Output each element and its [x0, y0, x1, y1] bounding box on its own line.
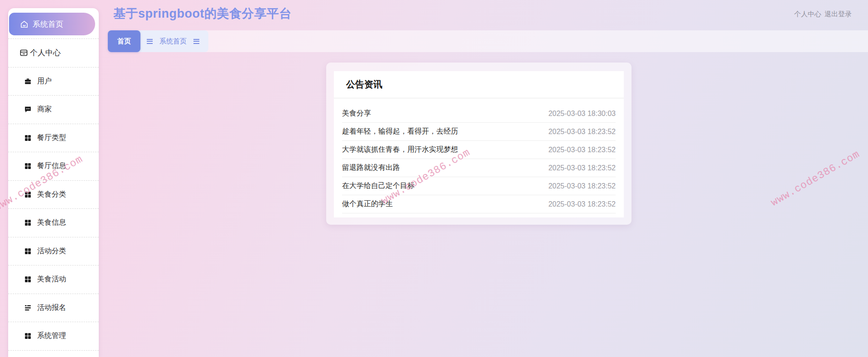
watermark: www.code386.com [769, 148, 862, 209]
sidebar-item-label: 商家 [37, 105, 52, 114]
sidebar-item-restaurant-type[interactable]: 餐厅类型 [8, 124, 99, 152]
sidebar-item-merchants[interactable]: 商家 [8, 95, 99, 124]
grid-icon [24, 332, 32, 340]
announcement-row-date: 2025-03-03 18:30:03 [548, 110, 616, 118]
sidebar-item-label: 活动分类 [37, 246, 66, 256]
announcement-row[interactable]: 留退路就没有出路 2025-03-03 18:23:52 [342, 159, 616, 177]
tabs-band: 系统首页 首页 [108, 30, 868, 52]
sidebar-item-label: 美食信息 [37, 218, 66, 227]
announcement-row-title: 做个真正的学生 [342, 199, 393, 209]
announcement-row-title: 美食分享 [342, 109, 371, 118]
sidebar-item-profile[interactable]: 个人中心 [8, 39, 99, 67]
announcement-row-date: 2025-03-03 18:23:52 [548, 164, 616, 172]
announcement-row[interactable]: 做个真正的学生 2025-03-03 18:23:52 [342, 195, 616, 213]
announcement-row[interactable]: 趁着年轻，输得起，看得开，去经历 2025-03-03 18:23:52 [342, 123, 616, 141]
sidebar-item-label: 美食活动 [37, 275, 66, 284]
top-links: 个人中心 退出登录 [794, 10, 852, 19]
sidebar-item-food-info[interactable]: 美食信息 [8, 208, 99, 237]
announcement-row-title: 在大学给自己定个目标 [342, 181, 415, 191]
grid-icon [24, 219, 32, 227]
announcement-panel: 公告资讯 美食分享 2025-03-03 18:30:03 趁着年轻，输得起，看… [326, 63, 632, 225]
sidebar-item-food-activity[interactable]: 美食活动 [8, 265, 99, 294]
sidebar-item-label: 美食分类 [37, 190, 66, 199]
sidebar-item-label: 个人中心 [30, 48, 61, 58]
announcement-row[interactable]: 在大学给自己定个目标 2025-03-03 18:23:52 [342, 177, 616, 195]
sidebar-item-users[interactable]: 用户 [8, 67, 99, 96]
announcement-row-date: 2025-03-03 18:23:52 [548, 128, 616, 136]
breadcrumb[interactable]: 系统首页 [159, 37, 187, 46]
announcement-title: 公告资讯 [334, 71, 624, 98]
sidebar-item-food-category[interactable]: 美食分类 [8, 180, 99, 209]
announcement-card: 公告资讯 美食分享 2025-03-03 18:30:03 趁着年轻，输得起，看… [334, 71, 624, 217]
list-icon [24, 304, 32, 312]
tab-home-label: 首页 [117, 37, 131, 46]
announcement-row-title: 留退路就没有出路 [342, 163, 400, 173]
sidebar: 系统首页 个人中心 用户 商家 餐厅类型 [8, 8, 99, 357]
home-icon [20, 20, 29, 29]
announcement-row-date: 2025-03-03 18:23:52 [548, 146, 616, 154]
logout-link[interactable]: 退出登录 [825, 10, 852, 19]
sidebar-item-activity-category[interactable]: 活动分类 [8, 237, 99, 265]
sidebar-item-system-management[interactable]: 系统管理 [8, 322, 99, 350]
sidebar-item-label: 用户 [37, 77, 52, 86]
announcement-list: 美食分享 2025-03-03 18:30:03 趁着年轻，输得起，看得开，去经… [334, 98, 624, 213]
sidebar-item-label: 餐厅类型 [37, 133, 66, 143]
card-icon [19, 48, 28, 57]
sidebar-item-activity-signup[interactable]: 活动报名 [8, 294, 99, 322]
grid-icon [24, 247, 32, 255]
sidebar-item-label: 系统管理 [37, 331, 66, 341]
sidebar-home-label: 系统首页 [33, 19, 63, 29]
page-title: 基于springboot的美食分享平台 [113, 5, 291, 22]
sidebar-item-label: 活动报名 [37, 303, 66, 313]
fold-icon[interactable] [147, 39, 153, 44]
tab-home[interactable]: 首页 [108, 30, 140, 52]
page-background: 基于springboot的美食分享平台 个人中心 退出登录 系统首页 个人中心 … [0, 0, 868, 357]
grid-icon [24, 134, 32, 142]
announcement-row[interactable]: 美食分享 2025-03-03 18:30:03 [342, 105, 616, 123]
announcement-row-title: 趁着年轻，输得起，看得开，去经历 [342, 127, 458, 136]
announcement-row-date: 2025-03-03 18:23:52 [548, 200, 616, 208]
grid-icon [24, 191, 32, 198]
announcement-row-title: 大学就该抓住青春，用汗水实现梦想 [342, 145, 458, 154]
grid-icon [24, 275, 32, 283]
sidebar-item-label: 餐厅信息 [37, 161, 66, 171]
announcement-row-date: 2025-03-03 18:23:52 [548, 182, 616, 190]
comment-icon [24, 106, 32, 113]
announcement-row[interactable]: 大学就该抓住青春，用汗水实现梦想 2025-03-03 18:23:52 [342, 141, 616, 159]
sidebar-item-restaurant-info[interactable]: 餐厅信息 [8, 152, 99, 180]
grid-icon [24, 162, 32, 170]
briefcase-icon [24, 77, 32, 85]
unfold-icon[interactable] [193, 39, 199, 44]
sidebar-item-system-home[interactable]: 系统首页 [9, 13, 95, 35]
profile-link[interactable]: 个人中心 [794, 10, 821, 19]
sidebar-menu: 个人中心 用户 商家 餐厅类型 餐厅信息 [8, 39, 99, 351]
